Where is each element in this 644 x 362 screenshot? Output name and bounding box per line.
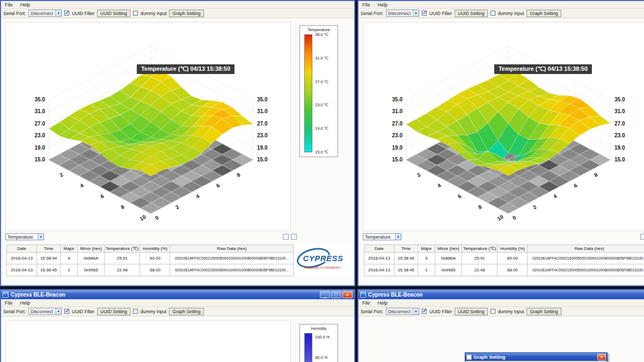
dummy-input-checkbox[interactable] <box>133 309 138 314</box>
table-row[interactable]: 2016-04-1315:38:4510x996522.4868.0002010… <box>364 264 644 276</box>
table-cell: 15:38:45 <box>394 264 418 276</box>
dialog-title-bar[interactable]: Graph Setting × <box>465 353 607 361</box>
table-header-cell: Raw Data (hex) <box>170 245 294 253</box>
table-cell: 0x9965 <box>78 264 105 276</box>
menu-help[interactable]: Help <box>374 2 392 8</box>
uuid-filter-checkbox[interactable] <box>422 309 427 314</box>
serial-port-dropdown[interactable]: Disconnect ▼ <box>28 308 62 315</box>
menu-file[interactable]: File <box>358 2 374 8</box>
series-selector-value: Temperature <box>8 234 33 240</box>
axis-tick-label: 10 <box>139 213 148 221</box>
dummy-input-label: dummy input <box>141 309 167 314</box>
axis-tick-label: 4 <box>79 182 85 189</box>
axis-tick-label: 27.0 <box>257 121 268 127</box>
surface-plot-canvas[interactable]: 35.035.031.031.027.027.023.023.019.019.0… <box>6 23 290 231</box>
menu-file[interactable]: File <box>358 300 374 306</box>
maximize-button[interactable]: □ <box>331 291 341 298</box>
axis-tick-label: 0 <box>511 215 517 221</box>
menu-file[interactable]: File <box>1 300 17 306</box>
uuid-filter-checkbox[interactable] <box>422 11 427 16</box>
table-cell: 0x886A <box>435 253 462 264</box>
beacon-data-table: DateTimeMajorMinor (hex)Temperature (℃)H… <box>6 245 294 276</box>
title-bar[interactable]: Cypress BLE-Beacon _ □ × <box>358 290 644 299</box>
temperature-legend: Temperature 35.0 ℃ 31.0 ℃ 27.0 ℃ 23.0 ℃ … <box>299 25 338 157</box>
menu-bar: File Help <box>1 1 354 9</box>
uuid-setting-button[interactable]: UUID Setting <box>455 10 488 17</box>
serial-port-dropdown[interactable]: Disconnect ▼ <box>386 308 419 315</box>
plot-tool-icon-2[interactable] <box>291 234 297 240</box>
table-header-cell: Temperature (℃) <box>105 245 140 253</box>
serial-port-dropdown[interactable]: Disconnect ▼ <box>28 10 62 17</box>
table-cell: 60.00 <box>140 253 170 264</box>
plot-tool-icon-1[interactable] <box>640 234 644 240</box>
table-row[interactable]: 2016-04-1315:38:4510x996522.4868.0002010… <box>7 264 294 276</box>
table-header-cell: Major <box>61 245 78 253</box>
uuid-filter-checkbox[interactable] <box>64 11 69 16</box>
uuid-filter-label: UUID Filter <box>72 11 94 16</box>
menu-help[interactable]: Help <box>374 300 392 306</box>
uuid-setting-button[interactable]: UUID Setting <box>455 308 488 315</box>
window-content: 35.035.031.031.027.027.023.023.019.019.0… <box>1 18 354 285</box>
axis-tick-label: 27.0 <box>614 121 625 127</box>
temperature-surface-plot[interactable]: 35.035.031.031.027.027.023.023.019.019.0… <box>363 22 644 231</box>
humidity-plot[interactable] <box>5 320 291 362</box>
dummy-input-label: dummy input <box>498 309 524 314</box>
series-selector-dropdown[interactable]: Temperature ▼ <box>5 233 44 240</box>
close-button[interactable]: × <box>342 291 353 298</box>
window-bottom-left: Cypress BLE-Beacon _ □ × File Help Seria… <box>0 289 355 362</box>
window-content: 35.035.031.031.027.027.023.023.019.019.0… <box>358 18 644 285</box>
series-selector-value: Temperature <box>365 234 391 240</box>
toolbar: Serial Port: Disconnect ▼ UUID Filter UU… <box>1 9 354 18</box>
graph-setting-button[interactable]: Graph Setting <box>526 10 561 17</box>
graph-setting-button[interactable]: Graph Setting <box>526 308 561 315</box>
plot-title-badge: Temperature (℃) 04/13 15:38:50 <box>494 64 592 74</box>
graph-setting-button[interactable]: Graph Setting <box>169 308 203 315</box>
window-top-left: File Help Serial Port: Disconnect ▼ UUID… <box>0 0 355 286</box>
title-bar[interactable]: Cypress BLE-Beacon _ □ × <box>1 290 354 299</box>
dialog-close-button[interactable]: × <box>597 354 606 360</box>
table-row[interactable]: 2016-04-1315:38:4440x886A25.9160.0002010… <box>7 253 294 264</box>
table-cell: 0201061AFF4C0002150005000100001000800000… <box>170 264 294 276</box>
menu-help[interactable]: Help <box>17 300 34 306</box>
dummy-input-checkbox[interactable] <box>491 11 495 16</box>
legend-title: Temperature <box>300 26 338 32</box>
dummy-input-checkbox[interactable] <box>133 11 138 16</box>
axis-tick-label: 15.0 <box>392 157 403 162</box>
temperature-surface-plot[interactable]: 35.035.031.031.027.027.023.023.019.019.0… <box>5 22 291 231</box>
table-header-cell: Minor (hex) <box>435 245 462 253</box>
series-selector-dropdown[interactable]: Temperature ▼ <box>363 233 401 240</box>
table-header-cell: Raw Data (hex) <box>528 245 644 253</box>
table-row[interactable]: 2016-04-1315:38:4440x886A25.9160.0002010… <box>364 253 644 264</box>
table-header-cell: Temperature (℃) <box>462 245 497 253</box>
uuid-setting-button[interactable]: UUID Setting <box>97 10 130 17</box>
axis-tick-label: 35.0 <box>35 97 46 102</box>
graph-setting-button[interactable]: Graph Setting <box>169 10 203 17</box>
uuid-filter-checkbox[interactable] <box>64 309 69 314</box>
serial-port-dropdown[interactable]: Disconnect ▼ <box>386 10 419 17</box>
menu-file[interactable]: File <box>1 2 17 8</box>
axis-tick-label: 8 <box>593 172 599 179</box>
axis-tick-label: 19.0 <box>614 145 625 151</box>
serial-port-value: Disconnect <box>388 11 411 16</box>
axis-tick-label: 4 <box>436 182 442 189</box>
axis-tick-label: 23.0 <box>257 132 268 138</box>
axis-tick-label: 23.0 <box>614 132 625 138</box>
axis-tick-label: 2 <box>58 172 64 179</box>
uuid-setting-button[interactable]: UUID Setting <box>97 308 130 315</box>
cypress-logo: CYPRESS EMBEDDED IN TOMORROW™ <box>295 243 351 278</box>
table-cell: 22.48 <box>105 264 140 276</box>
table-cell: 60.00 <box>497 253 528 264</box>
menu-help[interactable]: Help <box>17 2 34 8</box>
legend-tick: 27.0 ℃ <box>315 79 328 84</box>
axis-tick-label: 4 <box>552 193 558 200</box>
axis-tick-label: 19.0 <box>257 145 268 151</box>
table-header-row: DateTimeMajorMinor (hex)Temperature (℃)H… <box>7 245 294 253</box>
minimize-button[interactable]: _ <box>320 291 330 298</box>
table-header-cell: Major <box>418 245 435 253</box>
plot-tool-icon-1[interactable] <box>283 234 289 240</box>
surface-plot-canvas[interactable]: 35.035.031.031.027.027.023.023.019.019.0… <box>363 23 644 231</box>
axis-tick-label: 8 <box>477 204 483 211</box>
axis-tick-label: 2 <box>532 204 538 211</box>
dummy-input-checkbox[interactable] <box>491 309 495 314</box>
window-bottom-right: Cypress BLE-Beacon _ □ × File Help Seria… <box>357 289 644 362</box>
